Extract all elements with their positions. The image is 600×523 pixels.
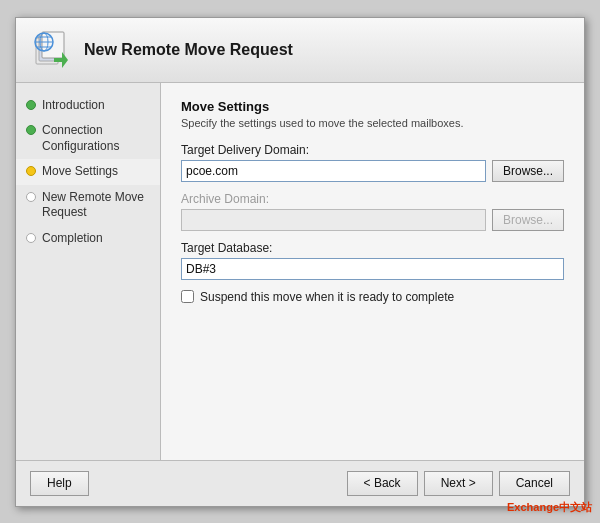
target-database-input[interactable] <box>181 258 564 280</box>
dialog-footer: Help < Back Next > Cancel <box>16 460 584 506</box>
archive-domain-group: Archive Domain: Browse... <box>181 192 564 231</box>
sidebar-item-new-remote-move[interactable]: New Remote Move Request <box>16 185 160 226</box>
target-database-label: Target Database: <box>181 241 564 255</box>
section-title: Move Settings <box>181 99 564 114</box>
sidebar-dot-introduction <box>26 100 36 110</box>
suspend-checkbox[interactable] <box>181 290 194 303</box>
archive-domain-row: Browse... <box>181 209 564 231</box>
sidebar-dot-move <box>26 166 36 176</box>
sidebar-label-move: Move Settings <box>42 164 118 180</box>
watermark: Exchange中文站 <box>507 500 592 515</box>
archive-domain-label: Archive Domain: <box>181 192 564 206</box>
sidebar-label-new-remote: New Remote Move Request <box>42 190 150 221</box>
back-button[interactable]: < Back <box>347 471 418 496</box>
footer-left: Help <box>30 471 89 496</box>
dialog-window: New Remote Move Request Introduction Con… <box>15 17 585 507</box>
sidebar: Introduction Connection Configurations M… <box>16 83 161 460</box>
section-description: Specify the settings used to move the se… <box>181 117 564 129</box>
sidebar-label-connection: Connection Configurations <box>42 123 150 154</box>
target-database-row <box>181 258 564 280</box>
target-delivery-domain-group: Target Delivery Domain: Browse... <box>181 143 564 182</box>
sidebar-dot-connection <box>26 125 36 135</box>
dialog-header: New Remote Move Request <box>16 18 584 83</box>
sidebar-item-move-settings[interactable]: Move Settings <box>16 159 160 185</box>
suspend-checkbox-label: Suspend this move when it is ready to co… <box>200 290 454 304</box>
target-delivery-domain-input[interactable] <box>181 160 486 182</box>
target-delivery-domain-label: Target Delivery Domain: <box>181 143 564 157</box>
cancel-button[interactable]: Cancel <box>499 471 570 496</box>
dialog-body: Introduction Connection Configurations M… <box>16 83 584 460</box>
sidebar-item-completion[interactable]: Completion <box>16 226 160 252</box>
sidebar-item-introduction[interactable]: Introduction <box>16 93 160 119</box>
dialog-title: New Remote Move Request <box>84 41 293 59</box>
target-delivery-domain-row: Browse... <box>181 160 564 182</box>
target-database-group: Target Database: <box>181 241 564 280</box>
help-button[interactable]: Help <box>30 471 89 496</box>
archive-domain-browse-button[interactable]: Browse... <box>492 209 564 231</box>
dialog-icon <box>32 30 72 70</box>
suspend-checkbox-row: Suspend this move when it is ready to co… <box>181 290 564 304</box>
footer-right: < Back Next > Cancel <box>347 471 570 496</box>
sidebar-item-connection-configurations[interactable]: Connection Configurations <box>16 118 160 159</box>
sidebar-dot-completion <box>26 233 36 243</box>
sidebar-label-introduction: Introduction <box>42 98 105 114</box>
next-button[interactable]: Next > <box>424 471 493 496</box>
sidebar-label-completion: Completion <box>42 231 103 247</box>
archive-domain-input[interactable] <box>181 209 486 231</box>
sidebar-dot-new-remote <box>26 192 36 202</box>
main-content: Move Settings Specify the settings used … <box>161 83 584 460</box>
target-delivery-domain-browse-button[interactable]: Browse... <box>492 160 564 182</box>
